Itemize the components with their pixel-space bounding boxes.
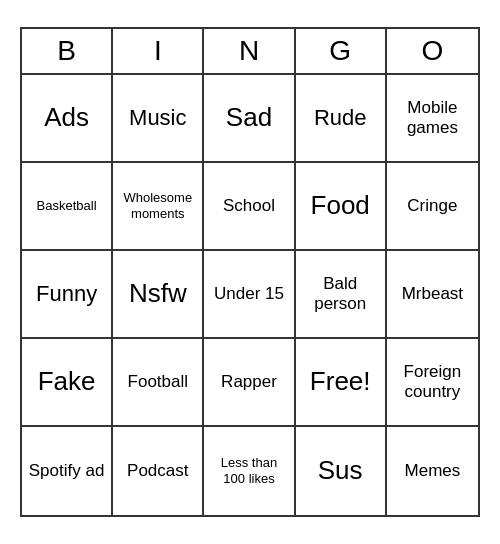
bingo-cell[interactable]: Mrbeast [387,251,478,339]
cell-text: Music [129,105,186,131]
cell-text: Sad [226,102,272,133]
cell-text: Bald person [300,274,381,315]
bingo-cell[interactable]: Funny [22,251,113,339]
bingo-cell[interactable]: Foreign country [387,339,478,427]
cell-text: Basketball [37,198,97,214]
bingo-cell[interactable]: Podcast [113,427,204,515]
bingo-cell[interactable]: Mobile games [387,75,478,163]
cell-text: Free! [310,366,371,397]
bingo-header: BINGO [22,29,478,75]
header-letter: I [113,29,204,73]
cell-text: Rude [314,105,367,131]
header-letter: B [22,29,113,73]
bingo-cell[interactable]: Rude [296,75,387,163]
cell-text: Cringe [407,196,457,216]
cell-text: Less than 100 likes [208,455,289,486]
cell-text: Football [128,372,188,392]
cell-text: Rapper [221,372,277,392]
bingo-cell[interactable]: Ads [22,75,113,163]
cell-text: Ads [44,102,89,133]
bingo-cell[interactable]: Music [113,75,204,163]
bingo-cell[interactable]: Sad [204,75,295,163]
bingo-cell[interactable]: Fake [22,339,113,427]
cell-text: Foreign country [391,362,474,403]
bingo-cell[interactable]: Basketball [22,163,113,251]
cell-text: Mrbeast [402,284,463,304]
cell-text: Spotify ad [29,461,105,481]
bingo-cell[interactable]: School [204,163,295,251]
bingo-cell[interactable]: Under 15 [204,251,295,339]
cell-text: Mobile games [391,98,474,139]
cell-text: Memes [405,461,461,481]
cell-text: School [223,196,275,216]
cell-text: Wholesome moments [117,190,198,221]
header-letter: N [204,29,295,73]
cell-text: Under 15 [214,284,284,304]
bingo-cell[interactable]: Free! [296,339,387,427]
header-letter: O [387,29,478,73]
cell-text: Funny [36,281,97,307]
header-letter: G [296,29,387,73]
bingo-grid: AdsMusicSadRudeMobile gamesBasketballWho… [22,75,478,515]
cell-text: Nsfw [129,278,187,309]
bingo-cell[interactable]: Bald person [296,251,387,339]
bingo-cell[interactable]: Less than 100 likes [204,427,295,515]
cell-text: Sus [318,455,363,486]
bingo-cell[interactable]: Sus [296,427,387,515]
bingo-card: BINGO AdsMusicSadRudeMobile gamesBasketb… [20,27,480,517]
cell-text: Food [311,190,370,221]
bingo-cell[interactable]: Rapper [204,339,295,427]
bingo-cell[interactable]: Nsfw [113,251,204,339]
bingo-cell[interactable]: Cringe [387,163,478,251]
bingo-cell[interactable]: Memes [387,427,478,515]
bingo-cell[interactable]: Wholesome moments [113,163,204,251]
bingo-cell[interactable]: Football [113,339,204,427]
bingo-cell[interactable]: Food [296,163,387,251]
cell-text: Fake [38,366,96,397]
cell-text: Podcast [127,461,188,481]
bingo-cell[interactable]: Spotify ad [22,427,113,515]
